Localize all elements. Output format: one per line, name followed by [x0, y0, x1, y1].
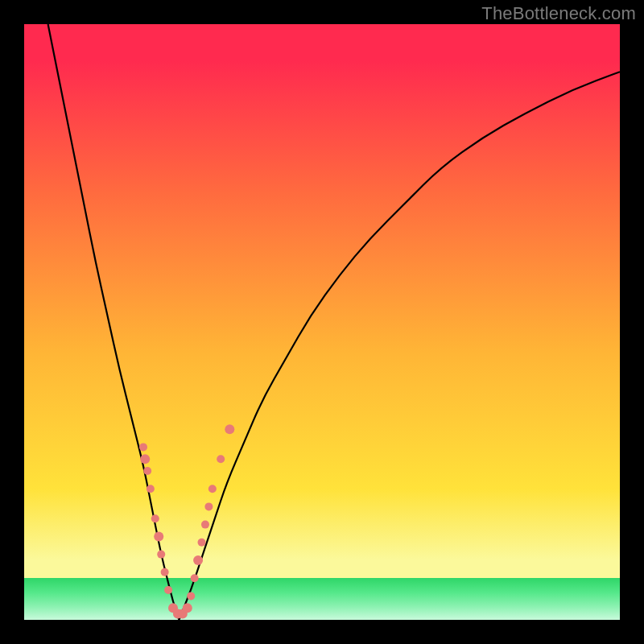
data-point [157, 551, 165, 559]
data-point [140, 454, 150, 464]
data-point [183, 603, 192, 613]
watermark-text: TheBottleneck.com [481, 3, 636, 24]
data-point [147, 485, 155, 493]
chart-stage: TheBottleneck.com [0, 0, 644, 644]
data-point [198, 539, 206, 547]
data-point [191, 574, 199, 582]
data-point [161, 568, 169, 576]
plot-area [24, 24, 620, 620]
data-point [154, 531, 163, 541]
data-point [204, 502, 213, 510]
curve-left-branch [48, 24, 180, 620]
curves-layer [24, 24, 620, 620]
data-point [164, 586, 172, 594]
data-point [143, 467, 151, 475]
data-point [225, 424, 234, 434]
data-point [208, 485, 217, 493]
data-point [151, 514, 159, 522]
curve-right-branch [179, 72, 620, 620]
data-point [187, 592, 195, 600]
data-point [201, 521, 209, 529]
data-point [139, 443, 147, 451]
data-point [193, 555, 203, 565]
data-point [217, 455, 225, 463]
